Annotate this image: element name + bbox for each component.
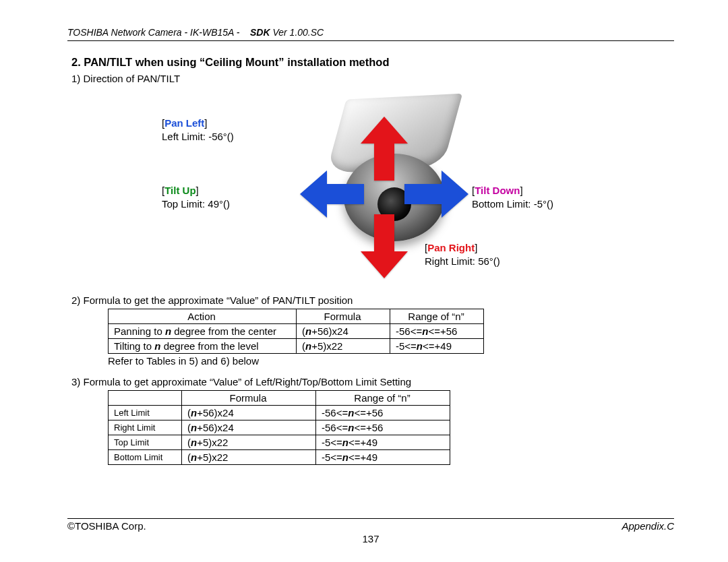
- table-row: Left Limit (n+56)x24 -56<=n<=+56: [109, 406, 450, 420]
- tilt-down-text: Tilt Down: [475, 185, 520, 196]
- page-number: 137: [67, 533, 674, 544]
- t2-head-range: Range of “n”: [390, 309, 484, 324]
- table-row: Right Limit (n+56)x24 -56<=n<=+56: [109, 420, 450, 435]
- svg-marker-3: [404, 170, 468, 218]
- t2-head-action: Action: [109, 309, 297, 324]
- label-pan-right: [Pan Right] Right Limit: 56°(): [425, 241, 500, 269]
- svg-marker-2: [300, 170, 364, 218]
- pan-left-text: Pan Left: [164, 117, 204, 129]
- pan-tilt-figure: [Pan Left] Left Limit: -56°() [Tilt Up] …: [121, 90, 607, 292]
- t3-head-range: Range of “n”: [316, 391, 450, 406]
- section-title: 2. PAN/TILT when using “Ceiling Mount” i…: [71, 56, 674, 69]
- header-version: Ver 1.00.SC: [272, 27, 324, 38]
- table-formula-position: Action Formula Range of “n” Panning to n…: [108, 309, 484, 354]
- svg-marker-0: [361, 117, 408, 181]
- arrow-right-icon: [404, 170, 468, 218]
- t2-head-formula: Formula: [297, 309, 390, 324]
- t3-head-blank: [109, 391, 182, 406]
- arrow-down-icon: [361, 214, 408, 278]
- header-product: TOSHIBA Network Camera - IK-WB15A -: [67, 27, 239, 38]
- label-pan-left: [Pan Left] Left Limit: -56°(): [162, 117, 234, 144]
- header-divider: [67, 40, 674, 41]
- header: TOSHIBA Network Camera - IK-WB15A - SDK …: [67, 27, 674, 38]
- bottom-limit-text: Bottom Limit: -5°(): [472, 198, 553, 210]
- table-note: Refer to Tables in 5) and 6) below: [108, 355, 674, 367]
- subsection-1: 1) Direction of PAN/TILT: [71, 73, 674, 84]
- pan-right-text: Pan Right: [427, 242, 475, 253]
- footer-appendix: Appendix.C: [621, 520, 674, 532]
- arrow-up-icon: [361, 117, 408, 181]
- left-limit-text: Left Limit: -56°(): [162, 131, 234, 142]
- table-row: Top Limit (n+5)x22 -5<=n<=+49: [109, 435, 450, 450]
- table-row: Bottom Limit (n+5)x22 -5<=n<=+49: [109, 450, 450, 465]
- subsection-2: 2) Formula to get the approximate “Value…: [71, 294, 674, 306]
- label-tilt-up: [Tilt Up] Top Limit: 49°(): [162, 184, 230, 212]
- top-limit-text: Top Limit: 49°(): [162, 198, 230, 210]
- t3-head-formula: Formula: [182, 391, 316, 406]
- arrow-left-icon: [300, 170, 364, 218]
- label-tilt-down: [Tilt Down] Bottom Limit: -5°(): [472, 184, 553, 212]
- footer-copyright: ©TOSHIBA Corp.: [67, 520, 146, 532]
- svg-marker-1: [361, 214, 408, 278]
- table-formula-limits: Formula Range of “n” Left Limit (n+56)x2…: [108, 390, 450, 465]
- subsection-3: 3) Formula to get approximate “Value” of…: [71, 376, 674, 387]
- right-limit-text: Right Limit: 56°(): [425, 255, 500, 267]
- table-row: Tilting to n degree from the level (n+5)…: [109, 339, 484, 354]
- header-sdk: SDK: [250, 27, 270, 38]
- tilt-up-text: Tilt Up: [164, 185, 195, 196]
- table-row: Panning to n degree from the center (n+5…: [109, 324, 484, 339]
- footer: ©TOSHIBA Corp. Appendix.C 137: [67, 518, 674, 544]
